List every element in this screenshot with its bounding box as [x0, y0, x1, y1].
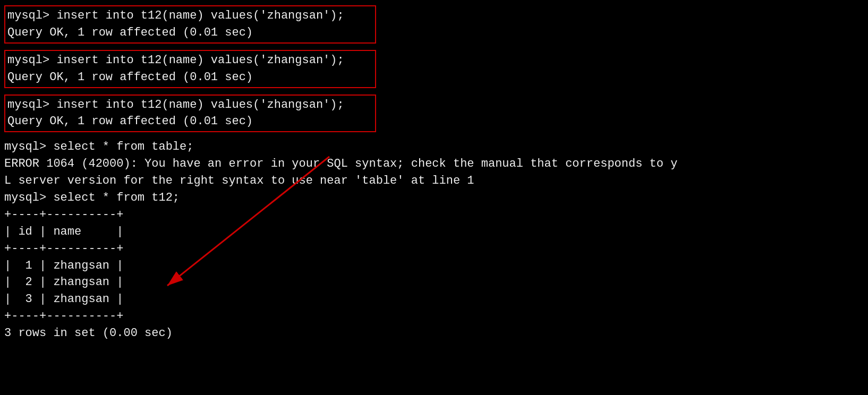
insert-box-3: mysql> insert into t12(name) values('zha…	[4, 95, 376, 133]
table-border-top: +----+----------+	[4, 207, 864, 224]
table-row-3: | 3 | zhangsan |	[4, 291, 864, 308]
select-t12-cmd: mysql> select * from t12;	[4, 190, 864, 207]
terminal-window: mysql> insert into t12(name) values('zha…	[0, 0, 868, 347]
table-row-1: | 1 | zhangsan |	[4, 257, 864, 274]
table-header: | id | name |	[4, 224, 864, 241]
select-table-cmd: mysql> select * from table;	[4, 139, 864, 156]
error-line: ERROR 1064 (42000): You have an error in…	[4, 156, 864, 173]
line-1-1: mysql> insert into t12(name) values('zha…	[7, 7, 373, 24]
line-3-1: mysql> insert into t12(name) values('zha…	[7, 97, 373, 114]
table-border-bottom: +----+----------+	[4, 308, 864, 325]
rows-summary: 3 rows in set (0.00 sec)	[4, 325, 864, 342]
insert-block-1: mysql> insert into t12(name) values('zha…	[4, 5, 864, 47]
line-2-1: mysql> insert into t12(name) values('zha…	[7, 52, 373, 69]
insert-box-2: mysql> insert into t12(name) values('zha…	[4, 50, 376, 88]
insert-block-2: mysql> insert into t12(name) values('zha…	[4, 50, 864, 91]
insert-box-1: mysql> insert into t12(name) values('zha…	[4, 5, 376, 44]
line-3-2: Query OK, 1 row affected (0.01 sec)	[7, 113, 373, 130]
table-header-border: +----+----------+	[4, 241, 864, 257]
table-row-2: | 2 | zhangsan |	[4, 274, 864, 291]
line-1-2: Query OK, 1 row affected (0.01 sec)	[7, 24, 373, 41]
line-2-2: Query OK, 1 row affected (0.01 sec)	[7, 69, 373, 86]
insert-block-3: mysql> insert into t12(name) values('zha…	[4, 95, 864, 136]
error-cont: L server version for the right syntax to…	[4, 173, 864, 190]
